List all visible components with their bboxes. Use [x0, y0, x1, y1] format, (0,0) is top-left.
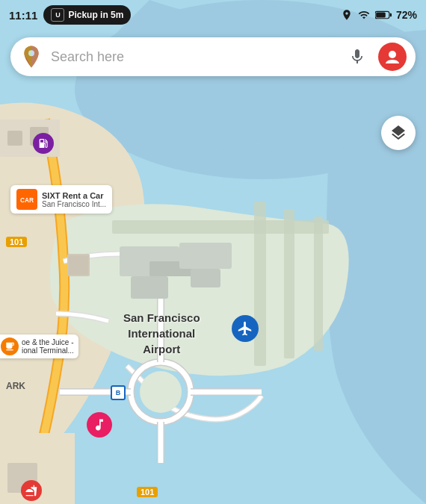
- svg-rect-10: [191, 269, 220, 287]
- layer-button[interactable]: [381, 116, 416, 150]
- entertainment-marker[interactable]: [87, 412, 112, 438]
- svg-rect-7: [131, 276, 168, 299]
- bus-stop-icon[interactable]: B: [111, 385, 126, 400]
- svg-point-33: [389, 51, 396, 58]
- search-bar[interactable]: Search here: [10, 37, 416, 76]
- mic-icon[interactable]: [344, 43, 371, 70]
- status-right: 72%: [341, 9, 417, 21]
- uber-logo-icon: U: [51, 8, 64, 22]
- wifi-icon: [357, 9, 371, 21]
- status-left: 11:11 U Pickup in 5m: [9, 5, 131, 25]
- google-maps-logo: [19, 45, 43, 69]
- svg-rect-25: [7, 131, 22, 146]
- battery-icon: [375, 10, 392, 20]
- pickup-label: Pickup in 5m: [68, 10, 123, 20]
- food-marker[interactable]: [21, 480, 42, 501]
- layers-icon: [389, 124, 407, 142]
- map-container[interactable]: 11:11 U Pickup in 5m 72%: [0, 0, 426, 504]
- highway-101-marker-2: 101: [137, 487, 158, 497]
- status-bar: 11:11 U Pickup in 5m 72%: [0, 0, 426, 30]
- svg-rect-9: [179, 243, 232, 269]
- svg-rect-2: [112, 220, 329, 234]
- svg-point-13: [140, 371, 182, 413]
- user-avatar[interactable]: [378, 43, 407, 71]
- ark-label: ARK: [6, 381, 25, 391]
- uber-pickup-badge[interactable]: U Pickup in 5m: [43, 5, 131, 25]
- svg-rect-30: [390, 13, 392, 17]
- svg-rect-31: [376, 12, 386, 17]
- location-icon: [341, 9, 353, 21]
- svg-rect-3: [254, 202, 266, 366]
- highway-101-marker: 101: [6, 237, 27, 247]
- svg-rect-4: [284, 209, 294, 358]
- svg-rect-23: [69, 255, 88, 275]
- gas-station-marker[interactable]: [33, 133, 54, 154]
- airport-icon[interactable]: [232, 315, 259, 342]
- search-placeholder[interactable]: Search here: [51, 49, 336, 65]
- svg-rect-5: [314, 217, 323, 351]
- battery-percentage: 72%: [396, 9, 417, 21]
- time-display: 11:11: [9, 9, 37, 22]
